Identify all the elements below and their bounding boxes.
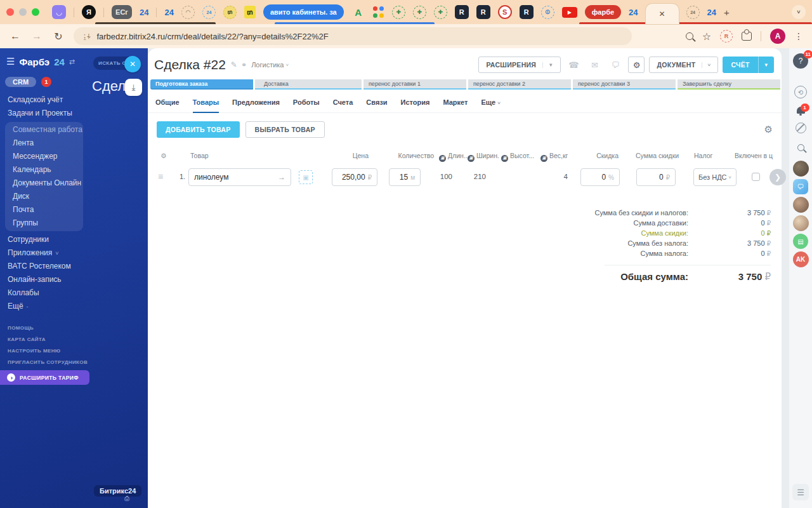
logo-switch-icon[interactable]: ⇄: [69, 58, 75, 66]
notes-chat-button[interactable]: ▤: [793, 234, 808, 249]
close-tab-icon[interactable]: ✕: [659, 10, 665, 18]
tab-avito-cabinets[interactable]: авито кабинеты. за: [263, 4, 344, 20]
stage-podgotovka[interactable]: Подготовка заказа: [150, 79, 253, 90]
forward-icon[interactable]: →: [30, 30, 43, 42]
site-settings-icon[interactable]: ⍮⍭: [82, 32, 90, 41]
product-name-input[interactable]: →: [188, 168, 291, 186]
slider-minimize-button[interactable]: ⤓: [125, 79, 142, 96]
phone-icon[interactable]: ☎: [565, 57, 582, 73]
rail-search-button[interactable]: [797, 144, 804, 151]
stage-dostavka[interactable]: Доставка: [255, 79, 362, 90]
tab-24-circle-icon[interactable]: 24: [686, 6, 700, 19]
pinned-tab-avito-a-icon[interactable]: А: [351, 5, 365, 19]
pinned-tab-power-icon[interactable]: ⏼: [541, 6, 554, 19]
sidebar-item-crm[interactable]: CRM: [5, 77, 36, 87]
invoice-button[interactable]: СЧЁТ ▼: [723, 57, 774, 73]
edit-pencil-icon[interactable]: ✎: [231, 60, 237, 69]
select-product-button[interactable]: ВЫБРАТЬ ТОВАР: [246, 121, 325, 138]
price-input[interactable]: ₽: [332, 168, 377, 186]
quantity-input[interactable]: м: [389, 168, 421, 186]
pinned-tab-s-icon[interactable]: S: [498, 5, 512, 19]
browser-profile-avatar[interactable]: A: [770, 29, 785, 44]
drag-handle-icon[interactable]: ≡: [158, 171, 163, 182]
sidebar-item-collabs[interactable]: Коллабы: [0, 286, 148, 300]
chat-icon[interactable]: 🗩: [607, 57, 624, 73]
tab-24[interactable]: 24: [707, 8, 716, 17]
pinned-tab-yellow-icon[interactable]: ₥: [244, 6, 256, 18]
sidebar-item-docs-online[interactable]: Документы Онлайн: [10, 177, 83, 190]
extensions-button[interactable]: РАСШИРЕНИЯ▼: [478, 57, 561, 73]
copy-link-icon[interactable]: ⚭: [241, 61, 247, 69]
add-product-button[interactable]: ДОБАВИТЬ ТОВАР: [157, 121, 240, 138]
status-button[interactable]: [796, 123, 806, 133]
sidebar-item-apps[interactable]: Приложения˅: [0, 246, 148, 260]
tab-products[interactable]: Товары: [193, 98, 219, 113]
pinned-tab-r-icon[interactable]: R: [520, 5, 534, 19]
copilot-button[interactable]: ⟲: [794, 86, 807, 98]
chat-avatar[interactable]: [793, 197, 809, 213]
pinned-tab-yandex-icon[interactable]: Я: [82, 5, 96, 19]
sidebar-item-employees[interactable]: Сотрудники: [0, 233, 148, 246]
pinned-tab-24[interactable]: 24: [164, 8, 173, 17]
pinned-tab-green-plus-icon[interactable]: ✚: [392, 6, 405, 19]
pinned-tab-r-icon[interactable]: R: [455, 5, 469, 19]
tab-robots[interactable]: Роботы: [293, 98, 320, 112]
stage-zavershit[interactable]: Завершить сделку: [678, 79, 780, 90]
tax-select[interactable]: Без НДС˅: [693, 168, 737, 186]
rail-menu-button[interactable]: ☰: [792, 484, 809, 500]
pinned-tab-youtube-icon[interactable]: ▶: [562, 7, 577, 18]
new-tab-button[interactable]: +: [724, 7, 730, 18]
tab-overflow-button[interactable]: ˅: [792, 5, 806, 19]
tab-quotes[interactable]: Предложения: [232, 98, 280, 112]
pinned-tab-r-icon[interactable]: R: [476, 5, 490, 19]
window-minimize-button[interactable]: [19, 8, 27, 16]
sidebar-item-drive[interactable]: Диск: [10, 190, 83, 203]
tab-farbe[interactable]: фарбе: [585, 5, 621, 19]
stage-perenos-3[interactable]: перенос доставки 3: [573, 79, 676, 90]
discount-input[interactable]: %: [580, 168, 620, 186]
chat-avatar[interactable]: [793, 161, 809, 177]
discount-sum-input[interactable]: ₽: [636, 168, 676, 186]
gear-icon[interactable]: ⚙: [628, 57, 645, 73]
slider-close-button[interactable]: ✕: [124, 56, 141, 72]
pinned-tab-loading-icon[interactable]: ◠: [181, 6, 195, 19]
footer-link-help[interactable]: ПОМОЩЬ: [0, 323, 148, 334]
pinned-tab-24[interactable]: 24: [140, 8, 148, 17]
pinned-tab-v-icon[interactable]: ◡: [52, 5, 66, 19]
chat-avatar-ak[interactable]: AK: [793, 251, 809, 267]
pinned-tab-green-plus-icon[interactable]: ✚: [434, 6, 447, 19]
tab-market[interactable]: Маркет: [443, 98, 468, 112]
window-zoom-button[interactable]: [32, 8, 39, 16]
pinned-tab-ecg[interactable]: ЕСг: [112, 5, 132, 19]
chevron-down-icon[interactable]: ˅: [702, 62, 710, 68]
url-text[interactable]: farbedzr.bitrix24.ru/crm/deal/details/22…: [96, 32, 328, 41]
helpdesk-button[interactable]: ? 11: [793, 53, 808, 69]
zoom-icon[interactable]: [686, 32, 693, 40]
address-bar[interactable]: ⍮⍭ farbedzr.bitrix24.ru/crm/deal/details…: [74, 27, 632, 45]
sidebar-item-calendar[interactable]: Календарь: [10, 163, 83, 177]
pinned-tab-green-plus-icon[interactable]: ✚: [413, 6, 426, 19]
sidebar-item-groups[interactable]: Группы: [10, 217, 83, 230]
pipeline-selector[interactable]: Логистика: [251, 61, 284, 69]
window-close-button[interactable]: [6, 8, 14, 16]
reload-icon[interactable]: ↻: [52, 30, 65, 43]
product-image-placeholder[interactable]: ▣: [299, 170, 313, 184]
chat-avatar[interactable]: [793, 215, 809, 231]
browser-menu-icon[interactable]: ⋮: [794, 31, 803, 41]
tab-invoices[interactable]: Счета: [333, 98, 353, 112]
sidebar-item-more[interactable]: Ещё-: [0, 300, 148, 313]
footer-link-configure-menu[interactable]: НАСТРОИТЬ МЕНЮ: [0, 345, 148, 357]
menu-burger-icon[interactable]: ☰: [6, 56, 15, 67]
chevron-down-icon[interactable]: ▼: [758, 57, 774, 73]
chevron-down-icon[interactable]: ▼: [542, 62, 553, 68]
sidebar-item-online-booking[interactable]: Онлайн-запись: [0, 273, 148, 286]
scroll-right-button[interactable]: ❯: [769, 169, 786, 185]
sidebar-item-warehouse[interactable]: Складской учёт: [0, 93, 148, 107]
sidebar-item-vats[interactable]: ВАТС Ростелеком: [0, 260, 148, 273]
extensions-puzzle-icon[interactable]: [742, 32, 752, 41]
tab-more[interactable]: Еще˅: [481, 98, 500, 112]
document-button[interactable]: ДОКУМЕНТ˅: [649, 57, 718, 73]
logo-name[interactable]: Фарбэ: [19, 57, 49, 67]
mail-icon[interactable]: ✉: [586, 57, 603, 73]
sidebar-item-tasks[interactable]: Задачи и Проекты: [0, 107, 148, 120]
